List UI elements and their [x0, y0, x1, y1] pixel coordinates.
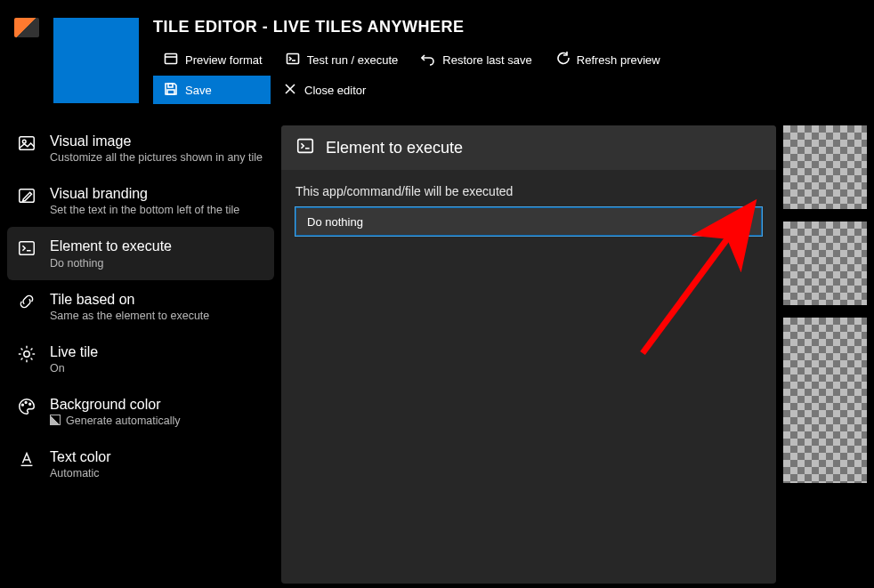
svg-line-21 [21, 358, 23, 359]
svg-rect-11 [20, 242, 35, 255]
svg-point-23 [25, 401, 27, 403]
toolbar-label: Close editor [304, 84, 366, 97]
sidebar-item-visual-branding[interactable]: Visual branding Set the text in the bott… [7, 174, 274, 227]
toolbar: Preview format Test run / execute Restor… [153, 45, 705, 104]
sidebar-item-tile-based-on[interactable]: Tile based on Same as the element to exe… [7, 280, 274, 333]
sidebar-item-title: Visual branding [50, 185, 265, 202]
svg-rect-0 [166, 53, 177, 63]
sidebar-item-subtitle: Same as the element to execute [50, 310, 265, 322]
sidebar-item-element-to-execute[interactable]: Element to execute Do nothing [7, 227, 274, 279]
toolbar-label: Restore last save [442, 53, 531, 67]
terminal-icon [16, 238, 37, 259]
app-logo [14, 18, 39, 37]
sidebar-item-title: Live tile [50, 343, 265, 360]
sidebar-item-title: Background color [50, 396, 265, 413]
sidebar-item-subtitle: Automatic [50, 467, 265, 479]
sidebar-item-visual-image[interactable]: Visual image Customize all the pictures … [7, 122, 274, 174]
save-button[interactable]: Save [153, 76, 271, 104]
dropdown-value: Do nothing [307, 215, 363, 229]
svg-line-20 [31, 348, 33, 350]
sidebar-item-subtitle: Set the text in the bottom left of the t… [50, 204, 265, 216]
svg-line-19 [31, 358, 33, 359]
svg-point-22 [22, 404, 24, 406]
link-icon [16, 291, 37, 312]
close-icon [283, 82, 297, 99]
restore-button[interactable]: Restore last save [410, 45, 542, 74]
toolbar-label: Preview format [185, 53, 263, 67]
refresh-icon [555, 52, 570, 68]
preview-column [783, 122, 867, 584]
edit-icon [16, 185, 37, 206]
svg-point-9 [22, 140, 26, 143]
close-editor-button[interactable]: Close editor [272, 76, 376, 104]
sidebar-item-text-color[interactable]: Text color Automatic [7, 438, 274, 490]
sidebar: Visual image Customize all the pictures … [7, 122, 274, 584]
image-icon [16, 133, 37, 154]
toolbar-label: Refresh preview [577, 53, 660, 67]
panel-header: Element to execute [281, 125, 776, 170]
preview-tile-medium [783, 222, 867, 305]
preview-format-button[interactable]: Preview format [153, 45, 273, 74]
undo-icon [421, 52, 435, 68]
toolbar-label: Save [185, 84, 212, 97]
sidebar-item-subtitle: Do nothing [50, 257, 265, 270]
chevron-down-icon [738, 214, 750, 230]
svg-rect-27 [298, 140, 313, 153]
svg-rect-4 [168, 84, 173, 87]
app-title: TILE EDITOR - LIVE TILES ANYWHERE [153, 18, 860, 36]
sidebar-item-title: Element to execute [50, 238, 265, 254]
sidebar-item-background-color[interactable]: Background color Generate automatically [7, 385, 274, 438]
svg-rect-5 [167, 90, 174, 94]
sidebar-item-subtitle: On [50, 362, 265, 375]
sidebar-item-subtitle: Generate automatically [50, 415, 265, 427]
layout-icon [164, 52, 178, 68]
sidebar-item-title: Tile based on [50, 291, 265, 308]
sidebar-item-title: Text color [50, 448, 265, 465]
svg-rect-8 [20, 137, 35, 150]
execute-icon [286, 52, 300, 68]
palette-icon [16, 396, 37, 417]
sidebar-item-subtitle: Customize all the pictures shown in any … [50, 151, 265, 164]
terminal-icon [295, 136, 315, 159]
sun-icon [16, 343, 37, 365]
svg-point-24 [29, 403, 31, 405]
svg-point-13 [24, 351, 29, 357]
sidebar-item-live-tile[interactable]: Live tile On [7, 333, 274, 385]
panel-title: Element to execute [326, 139, 463, 157]
tile-preview-square [53, 18, 139, 103]
field-label: This app/command/file will be executed [295, 184, 762, 198]
svg-rect-2 [287, 53, 298, 63]
save-icon [164, 82, 178, 99]
test-run-button[interactable]: Test run / execute [275, 45, 409, 74]
svg-line-18 [21, 348, 23, 350]
preview-tile-small [783, 125, 867, 209]
main-panel: Element to execute This app/command/file… [281, 125, 776, 584]
refresh-preview-button[interactable]: Refresh preview [545, 45, 671, 74]
text-color-icon [16, 448, 37, 470]
execute-dropdown[interactable]: Do nothing [295, 207, 762, 236]
toolbar-label: Test run / execute [307, 53, 399, 67]
preview-tile-large [783, 318, 867, 483]
sidebar-item-title: Visual image [50, 133, 265, 149]
